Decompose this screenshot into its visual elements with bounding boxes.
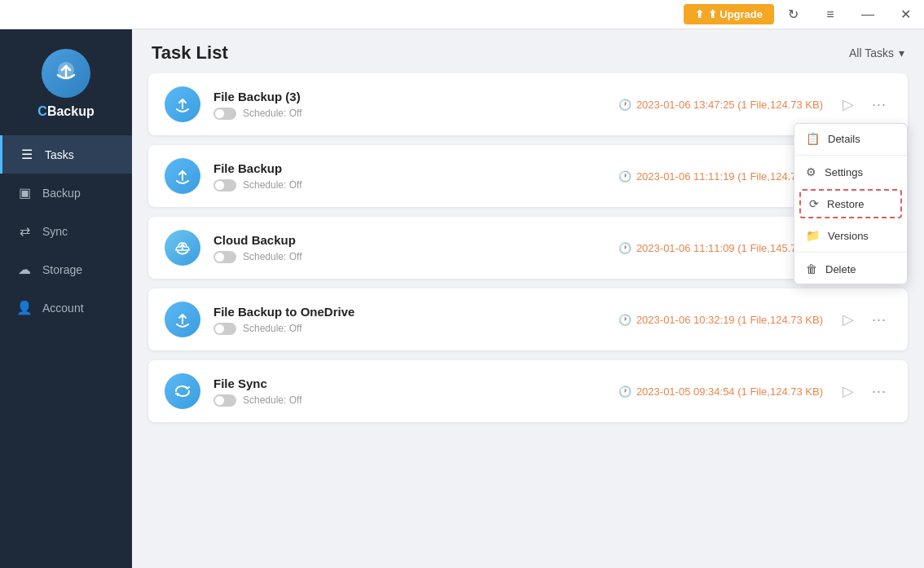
schedule-toggle-4[interactable] [213, 323, 236, 335]
upgrade-label: ⬆ Upgrade [708, 8, 763, 20]
account-icon: 👤 [16, 300, 33, 315]
title-bar: ⬆ ⬆ Upgrade ↻ ≡ — ✕ [0, 0, 924, 29]
task-row: File Backup to OneDrive Schedule: Off 🕐 … [148, 288, 908, 350]
task-name-2: File Backup [213, 161, 605, 175]
task-name-3: Cloud Backup [213, 233, 605, 247]
versions-label: Versions [828, 230, 869, 242]
versions-icon: 📁 [806, 229, 820, 242]
sidebar-item-account[interactable]: 👤 Account [0, 288, 132, 327]
delete-icon: 🗑 [806, 262, 817, 275]
menu-item-settings[interactable]: ⚙ Settings [794, 157, 907, 187]
close-icon: ✕ [900, 7, 911, 22]
task-meta-2: 🕐 2023-01-06 11:11:19 (1 File,124.73 KB) [618, 170, 823, 183]
task-name-4: File Backup to OneDrive [213, 305, 605, 319]
menu-button[interactable]: ≡ [812, 0, 849, 29]
details-label: Details [828, 133, 860, 145]
settings-icon: ⚙ [806, 165, 816, 178]
task-info-2: File Backup Schedule: Off [213, 161, 605, 192]
sidebar-item-sync[interactable]: ⇄ Sync [0, 212, 132, 250]
all-tasks-label: All Tasks [849, 46, 894, 59]
menu-item-versions[interactable]: 📁 Versions [794, 221, 907, 250]
restore-icon: ⟳ [809, 197, 819, 210]
refresh-button[interactable]: ↻ [774, 0, 812, 29]
storage-label: Storage [42, 263, 82, 276]
sync-icon: ⇄ [16, 223, 33, 239]
chevron-down-icon: ▾ [899, 46, 904, 59]
task-play-button-5[interactable]: ▷ [836, 379, 860, 403]
schedule-toggle-1[interactable] [213, 108, 236, 120]
task-meta-5: 🕐 2023-01-05 09:34:54 (1 File,124.73 KB) [618, 385, 823, 398]
schedule-text-5: Schedule: Off [243, 394, 302, 406]
menu-item-details[interactable]: 📋 Details [794, 124, 907, 153]
settings-label: Settings [825, 166, 863, 178]
task-schedule-3: Schedule: Off [213, 251, 605, 263]
task-more-button-1[interactable]: ··· [867, 92, 891, 117]
menu-divider-1 [794, 155, 907, 156]
main-layout: CBackup ☰ Tasks ▣ Backup ⇄ Sync ☁ Storag… [0, 29, 924, 568]
sidebar-item-backup[interactable]: ▣ Backup [0, 174, 132, 212]
schedule-text-2: Schedule: Off [243, 179, 302, 191]
task-info-1: File Backup (3) Schedule: Off [213, 90, 605, 120]
all-tasks-filter[interactable]: All Tasks ▾ [849, 46, 904, 59]
backup-label: Backup [42, 187, 81, 200]
sidebar-item-storage[interactable]: ☁ Storage [0, 250, 132, 288]
task-info-4: File Backup to OneDrive Schedule: Off [213, 305, 605, 335]
task-row: File Sync Schedule: Off 🕐 2023-01-05 09:… [148, 360, 908, 422]
minimize-icon: — [861, 7, 874, 22]
sidebar-item-tasks[interactable]: ☰ Tasks [0, 135, 132, 174]
logo-text: CBackup [37, 104, 94, 119]
clock-icon-3: 🕐 [618, 242, 631, 254]
minimize-button[interactable]: — [849, 0, 887, 29]
task-icon-4 [165, 302, 200, 337]
schedule-text-4: Schedule: Off [243, 323, 302, 334]
backup-icon: ▣ [16, 185, 33, 200]
details-icon: 📋 [806, 132, 820, 145]
task-more-button-4[interactable]: ··· [867, 307, 891, 332]
storage-icon: ☁ [16, 262, 33, 277]
task-info-5: File Sync Schedule: Off [213, 376, 605, 407]
task-name-5: File Sync [213, 376, 605, 390]
menu-divider-2 [794, 252, 907, 253]
delete-label: Delete [825, 263, 856, 275]
task-schedule-2: Schedule: Off [213, 179, 605, 192]
task-meta-1: 🕐 2023-01-06 13:47:25 (1 File,124.73 KB) [618, 99, 823, 111]
task-play-button-4[interactable]: ▷ [836, 307, 860, 332]
refresh-icon: ↻ [788, 7, 799, 22]
clock-icon-2: 🕐 [618, 170, 631, 183]
menu-icon: ≡ [826, 7, 834, 22]
restore-label: Restore [827, 198, 865, 210]
upgrade-icon: ⬆ [695, 8, 704, 20]
task-actions-1: ▷ ··· [836, 92, 891, 117]
task-meta-3: 🕐 2023-01-06 11:11:09 (1 File,145.75 KB) [618, 242, 823, 254]
task-actions-4: ▷ ··· [836, 307, 891, 332]
tasks-icon: ☰ [19, 147, 35, 162]
logo-icon [42, 49, 90, 98]
schedule-toggle-5[interactable] [213, 394, 236, 407]
schedule-toggle-3[interactable] [213, 251, 236, 263]
task-meta-4: 🕐 2023-01-06 10:32:19 (1 File,124.73 KB) [618, 314, 823, 326]
clock-icon-1: 🕐 [618, 99, 631, 111]
upgrade-button[interactable]: ⬆ ⬆ Upgrade [684, 4, 774, 24]
schedule-toggle-2[interactable] [213, 179, 236, 192]
menu-item-delete[interactable]: 🗑 Delete [794, 254, 907, 284]
context-menu: 📋 Details ⚙ Settings ⟳ Restore 📁 Version… [794, 123, 908, 284]
logo-area: CBackup [0, 29, 132, 135]
tasks-label: Tasks [45, 148, 74, 161]
task-info-3: Cloud Backup Schedule: Off [213, 233, 605, 263]
menu-item-restore[interactable]: ⟳ Restore [799, 189, 902, 218]
task-schedule-4: Schedule: Off [213, 323, 605, 335]
task-play-button-1[interactable]: ▷ [836, 92, 860, 117]
task-icon-2 [165, 158, 200, 194]
task-timestamp-4: 2023-01-06 10:32:19 (1 File,124.73 KB) [636, 314, 823, 326]
task-timestamp-1: 2023-01-06 13:47:25 (1 File,124.73 KB) [636, 99, 823, 111]
content-header: Task List All Tasks ▾ [132, 29, 924, 73]
close-button[interactable]: ✕ [887, 0, 924, 29]
sidebar: CBackup ☰ Tasks ▣ Backup ⇄ Sync ☁ Storag… [0, 29, 132, 568]
task-more-button-5[interactable]: ··· [867, 379, 891, 403]
content-area: Task List All Tasks ▾ File Backup (3) [132, 29, 924, 568]
task-name-1: File Backup (3) [213, 90, 605, 103]
task-actions-5: ▷ ··· [836, 379, 891, 403]
page-title: Task List [152, 42, 228, 64]
account-label: Account [42, 302, 84, 315]
clock-icon-5: 🕐 [618, 385, 631, 398]
